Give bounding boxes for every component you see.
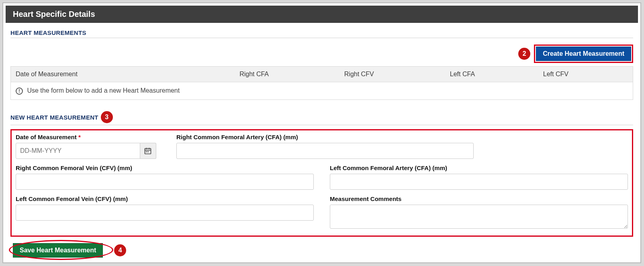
date-label: Date of Measurement *	[16, 134, 160, 140]
info-icon: !	[16, 87, 23, 95]
comments-label: Measurement Comments	[330, 195, 628, 202]
col-lcfa: Left CFA	[445, 67, 538, 82]
field-lcfv: Left Common Femoral Vein (CFV) (mm)	[16, 195, 314, 230]
heart-measurements-title: HEART MEASUREMENTS	[10, 29, 633, 36]
col-lcfv: Left CFV	[538, 67, 633, 82]
svg-rect-0	[145, 148, 151, 154]
field-comments: Measurement Comments	[330, 195, 628, 230]
rcfv-label: Right Common Femoral Vein (CFV) (mm)	[16, 164, 314, 171]
annotation-box-create: 2 Create Heart Measurement	[534, 45, 633, 63]
divider	[10, 125, 633, 125]
col-date: Date of Measurement	[11, 67, 235, 82]
save-heart-measurement-button[interactable]: Save Heart Measurement	[13, 243, 103, 258]
new-heart-measurement-label: NEW HEART MEASUREMENT	[10, 114, 98, 121]
lcfa-label: Left Common Femoral Artery (CFA) (mm)	[330, 164, 628, 171]
rcfa-input[interactable]	[176, 143, 474, 159]
calendar-button[interactable]	[140, 143, 156, 159]
lcfv-input[interactable]	[16, 205, 314, 221]
col-rcfa: Right CFA	[235, 67, 339, 82]
empty-hint-text: Use the form below to add a new Heart Me…	[27, 87, 180, 94]
measurements-table: Date of Measurement Right CFA Right CFV …	[10, 66, 633, 100]
field-rcfa: Right Common Femoral Artery (CFA) (mm)	[176, 134, 474, 159]
comments-textarea[interactable]	[330, 205, 628, 229]
toolbar: 2 Create Heart Measurement	[10, 42, 633, 66]
col-rcfv: Right CFV	[339, 67, 445, 82]
date-label-text: Date of Measurement	[16, 134, 77, 140]
table-empty-row: ! Use the form below to add a new Heart …	[11, 82, 633, 100]
date-input[interactable]	[16, 143, 140, 159]
panel-body: HEART MEASUREMENTS 2 Create Heart Measur…	[3, 23, 640, 263]
calendar-icon	[144, 147, 152, 155]
lcfv-label: Left Common Femoral Vein (CFV) (mm)	[16, 195, 314, 202]
table-header-row: Date of Measurement Right CFA Right CFV …	[11, 67, 633, 82]
annotation-step-2: 2	[518, 48, 530, 60]
lcfa-input[interactable]	[330, 174, 628, 190]
required-marker: *	[78, 134, 81, 140]
create-heart-measurement-button[interactable]: Create Heart Measurement	[536, 47, 631, 61]
field-rcfv: Right Common Femoral Vein (CFV) (mm)	[16, 164, 314, 190]
annotation-box-form: Date of Measurement *	[10, 129, 633, 237]
annotation-step-4: 4	[114, 244, 126, 256]
save-row: Save Heart Measurement 4	[10, 243, 633, 258]
svg-rect-4	[146, 151, 147, 152]
panel-header: Heart Specific Details	[6, 6, 638, 23]
divider	[10, 38, 633, 38]
panel-title: Heart Specific Details	[13, 10, 95, 18]
field-lcfa: Left Common Femoral Artery (CFA) (mm)	[330, 164, 628, 190]
new-heart-measurement-title: NEW HEART MEASUREMENT 3	[10, 111, 633, 123]
rcfa-label: Right Common Femoral Artery (CFA) (mm)	[176, 134, 474, 140]
page-container: Heart Specific Details HEART MEASUREMENT…	[2, 2, 641, 263]
annotation-step-3: 3	[101, 111, 113, 123]
svg-rect-5	[147, 151, 149, 152]
field-date: Date of Measurement *	[16, 134, 160, 159]
rcfv-input[interactable]	[16, 174, 314, 190]
